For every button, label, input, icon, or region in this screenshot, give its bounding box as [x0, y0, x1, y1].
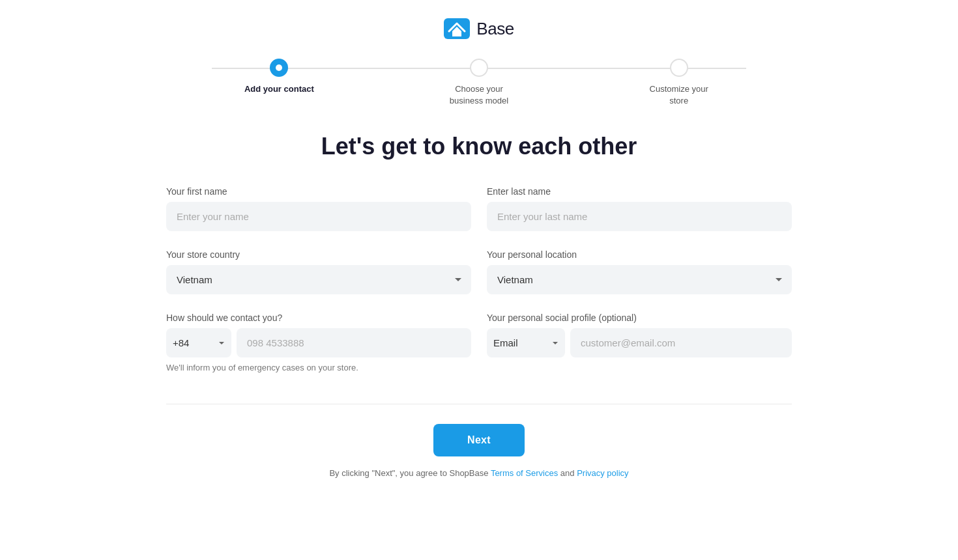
store-country-label: Your store country [166, 249, 471, 260]
contact-label: How should we contact you? [166, 313, 471, 323]
step-circle-3 [670, 59, 688, 77]
main-content: Let's get to know each other Your first … [0, 126, 958, 478]
privacy-policy-link[interactable]: Privacy policy [577, 468, 628, 478]
step-circle-1 [270, 59, 288, 77]
personal-location-group: Your personal location Vietnam United St… [487, 249, 792, 294]
step-add-contact: Add your contact [179, 59, 379, 95]
contact-social-row: How should we contact you? +84 +1 +44 +6… [166, 313, 792, 372]
logo: Base [444, 18, 514, 39]
personal-location-select[interactable]: Vietnam United States United Kingdom Aus… [487, 265, 792, 294]
next-button[interactable]: Next [433, 424, 525, 456]
location-row: Your store country Vietnam United States… [166, 249, 792, 294]
terms-and: and [560, 468, 575, 478]
store-country-group: Your store country Vietnam United States… [166, 249, 471, 294]
social-profile-input[interactable] [570, 328, 792, 357]
first-name-group: Your first name [166, 186, 471, 231]
name-row: Your first name Enter last name [166, 186, 792, 231]
contact-info-text: We'll inform you of emergency cases on y… [166, 363, 471, 372]
page-title: Let's get to know each other [321, 133, 637, 160]
personal-location-label: Your personal location [487, 249, 792, 260]
stepper: Add your contact Choose your business mo… [179, 59, 779, 107]
social-group-wrapper: Your personal social profile (optional) … [487, 313, 792, 372]
divider [166, 404, 792, 404]
last-name-input[interactable] [487, 202, 792, 231]
terms-text: By clicking "Next", you agree to ShopBas… [329, 468, 628, 478]
phone-input[interactable] [237, 328, 471, 357]
step-circle-2 [470, 59, 488, 77]
contact-group: How should we contact you? +84 +1 +44 +6… [166, 313, 471, 372]
social-input-group: Email Facebook Twitter Instagram LinkedI… [487, 328, 792, 357]
form-container: Your first name Enter last name Your sto… [166, 186, 792, 391]
terms-of-service-link[interactable]: Terms of Services [491, 468, 558, 478]
social-label: Your personal social profile (optional) [487, 313, 792, 323]
logo-text: Base [476, 19, 514, 39]
first-name-input[interactable] [166, 202, 471, 231]
last-name-group: Enter last name [487, 186, 792, 231]
step-label-3: Customize your store [643, 83, 715, 107]
footer-actions: Next By clicking "Next", you agree to Sh… [329, 424, 628, 478]
step-business-model: Choose your business model [379, 59, 579, 107]
terms-prefix: By clicking "Next", you agree to ShopBas… [329, 468, 488, 478]
last-name-label: Enter last name [487, 186, 792, 197]
store-country-select[interactable]: Vietnam United States United Kingdom Aus… [166, 265, 471, 294]
step-label-1: Add your contact [244, 83, 314, 95]
phone-group: +84 +1 +44 +61 +86 [166, 328, 471, 357]
social-type-select[interactable]: Email Facebook Twitter Instagram LinkedI… [487, 328, 565, 357]
step-label-2: Choose your business model [443, 83, 515, 107]
shopbase-logo-icon [444, 18, 470, 39]
step-customize-store: Customize your store [579, 59, 779, 107]
header: Base [0, 0, 958, 52]
phone-code-select[interactable]: +84 +1 +44 +61 +86 [166, 328, 231, 357]
first-name-label: Your first name [166, 186, 471, 197]
stepper-container: Add your contact Choose your business mo… [0, 52, 958, 126]
